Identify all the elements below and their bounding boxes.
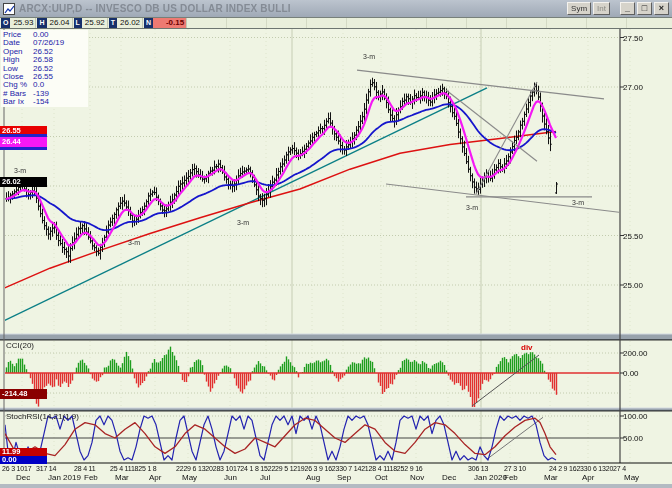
- quote-field: T26.02: [109, 18, 143, 28]
- quote-field-value: -0.15: [153, 18, 187, 28]
- quote-bar-divider: [426, 18, 427, 28]
- symbol-button[interactable]: Sym: [567, 2, 591, 15]
- chart-canvas[interactable]: [0, 0, 672, 488]
- quote-field: N-0.15: [144, 18, 187, 28]
- quote-field-value: 26.04: [47, 18, 73, 28]
- quote-field-key: T: [109, 18, 117, 28]
- app-icon: [3, 3, 15, 15]
- quote-bar: O25.93H26.04L25.92T26.02N-0.15: [0, 17, 672, 29]
- info-row: Bar Ix-154: [3, 98, 88, 106]
- quote-field-value: 25.93: [10, 18, 36, 28]
- interval-button[interactable]: Int: [593, 2, 610, 15]
- quote-bar-divider: [506, 18, 507, 28]
- quote-field: O25.93: [1, 18, 36, 28]
- chart-window: ARCX:UUP,D -- INVESCO DB US DOLLAR INDEX…: [0, 0, 672, 488]
- close-button[interactable]: ×: [654, 2, 669, 15]
- quote-bar-divider: [626, 18, 627, 28]
- title-bar[interactable]: ARCX:UUP,D -- INVESCO DB US DOLLAR INDEX…: [0, 0, 672, 17]
- quote-bar-divider: [466, 18, 467, 28]
- quote-field: H26.04: [37, 18, 72, 28]
- quote-field-key: O: [1, 18, 10, 28]
- quote-field-key: H: [37, 18, 46, 28]
- quote-field: L25.92: [74, 18, 108, 28]
- quote-field-value: 25.92: [82, 18, 108, 28]
- quote-bar-divider: [346, 18, 347, 28]
- quote-bar-divider: [266, 18, 267, 28]
- minimize-button[interactable]: _: [620, 2, 635, 15]
- quote-bar-divider: [386, 18, 387, 28]
- quote-field-value: 26.02: [117, 18, 143, 28]
- window-title: ARCX:UUP,D -- INVESCO DB US DOLLAR INDEX…: [19, 3, 565, 14]
- quote-bar-divider: [586, 18, 587, 28]
- quote-field-key: N: [144, 18, 153, 28]
- quote-bar-divider: [546, 18, 547, 28]
- quote-bar-divider: [226, 18, 227, 28]
- restore-button[interactable]: □: [637, 2, 652, 15]
- quote-bar-divider: [306, 18, 307, 28]
- data-window-panel: Price0.00Date07/26/19Open26.52High26.58L…: [1, 30, 88, 107]
- quote-field-key: L: [74, 18, 82, 28]
